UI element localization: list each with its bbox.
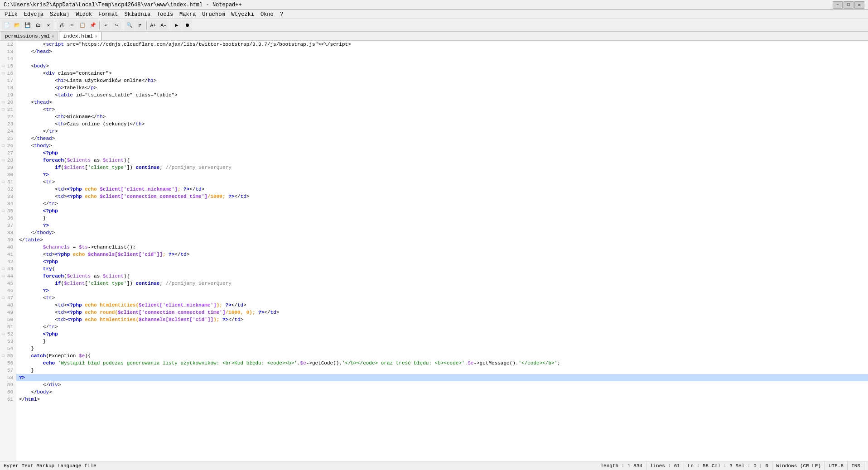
code-line-17[interactable]: <h1>Lista użytkowników online</h1> <box>16 77 868 84</box>
fold-icon-28[interactable]: □ <box>0 157 6 164</box>
code-line-38[interactable]: </tbody> <box>16 229 868 236</box>
code-line-55[interactable]: catch(Exception $e){ <box>16 352 868 360</box>
code-line-28[interactable]: foreach($clients as $client){ <box>16 157 868 164</box>
code-line-12[interactable]: <script src="https://cdnjs.cloudflare.co… <box>16 41 868 48</box>
code-line-57[interactable]: } <box>16 367 868 374</box>
code-line-43[interactable]: try{ <box>16 265 868 273</box>
code-line-44[interactable]: foreach($clients as $client){ <box>16 273 868 280</box>
menu-szukaj[interactable]: Szukaj <box>47 10 72 19</box>
code-line-47[interactable]: <tr> <box>16 294 868 302</box>
code-line-56[interactable]: echo 'Wystąpił błąd podczas generowania … <box>16 360 868 367</box>
tab-index-html[interactable]: index.html ✕ <box>59 32 101 40</box>
code-line-45[interactable]: if($client['client_type']) continue; //p… <box>16 280 868 287</box>
code-line-13[interactable]: </head> <box>16 48 868 55</box>
code-line-52[interactable]: <?php <box>16 331 868 338</box>
code-line-26[interactable]: <tbody> <box>16 142 868 149</box>
zoom-in-button[interactable]: A+ <box>148 20 158 30</box>
menu-skladnia[interactable]: Składnia <box>121 10 153 19</box>
open-button[interactable]: 📂 <box>12 20 22 30</box>
menu-wtyczki[interactable]: Wtyczki <box>229 10 257 19</box>
code-line-60[interactable]: </body> <box>16 388 868 396</box>
menu-widok[interactable]: Widok <box>73 10 95 19</box>
code-line-39[interactable]: </table> <box>16 236 868 244</box>
fold-icon-31[interactable]: □ <box>0 178 6 186</box>
menu-format[interactable]: Format <box>96 10 121 19</box>
minimize-button[interactable]: – <box>833 1 843 9</box>
code-line-34[interactable]: </tr> <box>16 200 868 207</box>
code-line-29[interactable]: if($client['client_type']) continue; //p… <box>16 164 868 171</box>
code-line-25[interactable]: </thead> <box>16 135 868 142</box>
code-line-22[interactable]: <th>Nickname</th> <box>16 113 868 120</box>
menu-makra[interactable]: Makra <box>177 10 198 19</box>
menu-uruchom[interactable]: Uruchom <box>199 10 227 19</box>
code-line-37[interactable]: ?> <box>16 222 868 229</box>
code-line-20[interactable]: <thead> <box>16 99 868 106</box>
code-line-53[interactable]: } <box>16 338 868 345</box>
fold-icon-44[interactable]: □ <box>0 273 6 280</box>
menu-okno[interactable]: Okno <box>258 10 276 19</box>
fold-icon-26[interactable]: □ <box>0 142 6 149</box>
fold-icon-16[interactable]: □ <box>0 70 6 77</box>
fold-icon-55[interactable]: □ <box>0 352 6 360</box>
fold-icon-52[interactable]: □ <box>0 331 6 338</box>
code-line-50[interactable]: <td><?php echo htmlentities($channels[$c… <box>16 316 868 323</box>
code-line-51[interactable]: </tr> <box>16 323 868 331</box>
replace-button[interactable]: ⇄ <box>135 20 145 30</box>
code-line-27[interactable]: <?php <box>16 149 868 157</box>
code-area[interactable]: <script src="https://cdnjs.cloudflare.co… <box>16 41 868 461</box>
code-line-59[interactable]: </div> <box>16 381 868 388</box>
fold-icon-15[interactable]: □ <box>0 62 6 70</box>
code-line-31[interactable]: <tr> <box>16 178 868 186</box>
copy-button[interactable]: 📋 <box>77 20 87 30</box>
code-line-23[interactable]: <th>Czas online (sekundy)</th> <box>16 120 868 128</box>
save-button[interactable]: 💾 <box>23 20 33 30</box>
code-line-36[interactable]: } <box>16 215 868 222</box>
tab-permissions[interactable]: permissions.yml ✕ <box>1 32 58 40</box>
code-line-58[interactable]: ?> <box>16 374 868 381</box>
record-button[interactable]: ⏺ <box>182 20 192 30</box>
code-line-30[interactable]: ?> <box>16 171 868 178</box>
tab-permissions-close[interactable]: ✕ <box>52 34 54 39</box>
code-line-40[interactable]: $channels = $ts->channelList(); <box>16 244 868 251</box>
fold-icon-43[interactable]: □ <box>0 265 6 273</box>
redo-button[interactable]: ↪ <box>111 20 121 30</box>
paste-button[interactable]: 📌 <box>88 20 98 30</box>
code-line-32[interactable]: <td><?php echo $client['client_nickname'… <box>16 186 868 193</box>
maximize-button[interactable]: □ <box>844 1 854 9</box>
fold-icon-47[interactable]: □ <box>0 294 6 302</box>
code-line-15[interactable]: <body> <box>16 62 868 70</box>
code-line-16[interactable]: <div class="container"> <box>16 70 868 77</box>
menu-plik[interactable]: Plik <box>2 10 20 19</box>
code-line-18[interactable]: <p>Tabelka</p> <box>16 84 868 91</box>
tab-index-close[interactable]: ✕ <box>95 34 97 39</box>
menu-help[interactable]: ? <box>277 10 286 19</box>
code-line-49[interactable]: <td><?php echo round($client['connection… <box>16 309 868 316</box>
code-line-21[interactable]: <tr> <box>16 106 868 113</box>
fold-icon-21[interactable]: □ <box>0 106 6 113</box>
code-line-48[interactable]: <td><?php echo htmlentities($client['cli… <box>16 302 868 309</box>
fold-icon-35[interactable]: □ <box>0 207 6 215</box>
fold-icon-20[interactable]: □ <box>0 99 6 106</box>
undo-button[interactable]: ↩ <box>101 20 111 30</box>
cut-button[interactable]: ✂ <box>67 20 77 30</box>
menu-tools[interactable]: Tools <box>154 10 176 19</box>
close-button[interactable]: ✕ <box>854 1 864 9</box>
find-button[interactable]: 🔍 <box>125 20 135 30</box>
code-line-46[interactable]: ?> <box>16 287 868 294</box>
code-line-42[interactable]: <?php <box>16 258 868 265</box>
new-button[interactable]: 📄 <box>2 20 12 30</box>
code-line-24[interactable]: </tr> <box>16 128 868 135</box>
save-all-button[interactable]: 🗂 <box>33 20 43 30</box>
menu-edycja[interactable]: Edycja <box>21 10 46 19</box>
code-line-54[interactable]: } <box>16 345 868 352</box>
code-line-41[interactable]: <td><?php echo $channels[$client['cid']]… <box>16 251 868 258</box>
code-line-33[interactable]: <td><?php echo $client['connection_conne… <box>16 193 868 200</box>
zoom-out-button[interactable]: A- <box>159 20 169 30</box>
code-line-61[interactable]: </html> <box>16 396 868 403</box>
close-button[interactable]: ✕ <box>43 20 53 30</box>
code-line-19[interactable]: <table id="ts_users_table" class="table"… <box>16 91 868 99</box>
print-button[interactable]: 🖨 <box>57 20 67 30</box>
code-line-35[interactable]: <?php <box>16 207 868 215</box>
code-line-14[interactable] <box>16 55 868 62</box>
run-button[interactable]: ▶ <box>172 20 182 30</box>
